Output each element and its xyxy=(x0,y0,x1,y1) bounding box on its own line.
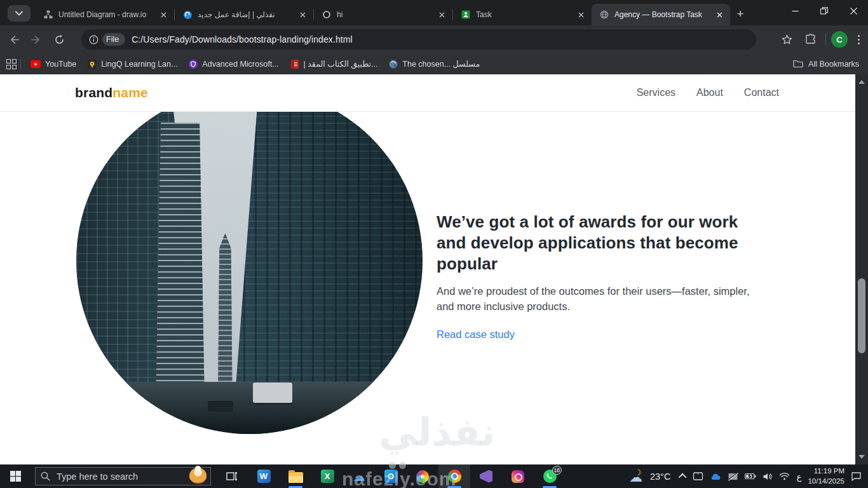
toolbar-divider xyxy=(825,34,826,45)
taskbar-search-box[interactable]: Type here to search xyxy=(35,467,211,485)
photo-street xyxy=(76,382,423,434)
search-highlight-pie-icon[interactable] xyxy=(189,468,207,484)
bookmark-label: The chosen... مسلسل xyxy=(402,59,480,69)
tray-battery-icon[interactable] xyxy=(745,473,756,480)
read-case-study-link[interactable]: Read case study xyxy=(437,329,515,341)
extensions-icon[interactable] xyxy=(801,30,820,49)
hi-favicon-icon xyxy=(322,10,332,20)
tab-close-icon[interactable] xyxy=(297,9,308,20)
tab-close-icon[interactable] xyxy=(714,9,725,20)
taskbar-outlook[interactable]: O xyxy=(375,464,407,488)
excel-icon: X xyxy=(321,470,334,483)
start-button[interactable] xyxy=(0,464,31,488)
tab-hi[interactable]: hi xyxy=(314,4,452,25)
scroll-down-arrow[interactable] xyxy=(855,452,868,462)
bookmark-the-chosen[interactable]: The chosen... مسلسل xyxy=(383,57,485,72)
nav-link-about[interactable]: About xyxy=(696,87,723,98)
taskbar-instagram[interactable] xyxy=(502,464,534,488)
tray-chevron-up-icon[interactable] xyxy=(681,473,686,479)
tab-untitled-diagram[interactable]: Untitled Diagram - draw.io xyxy=(36,4,174,25)
notification-center-icon[interactable] xyxy=(851,471,862,481)
all-bookmarks-button[interactable]: All Bookmarks xyxy=(793,60,859,69)
tab-title: نفذلي | إضافة عمل جديد xyxy=(198,10,293,19)
bookmark-label: | تطبيق الكتاب المقد... xyxy=(304,59,378,69)
address-bar[interactable]: File C:/Users/Fady/Downloads/bootstrap-l… xyxy=(81,29,756,50)
window-minimize-button[interactable] xyxy=(780,0,810,22)
taskbar-file-explorer[interactable] xyxy=(280,464,311,488)
bookmark-lingq[interactable]: LingQ Learning Lan... xyxy=(82,57,183,72)
nav-link-services[interactable]: Services xyxy=(637,87,675,98)
nafezly-arabic-watermark: نفذلي xyxy=(379,410,496,454)
temperature-label: 23°C xyxy=(650,471,670,482)
taskbar-task-view[interactable] xyxy=(216,464,248,488)
task-view-icon xyxy=(226,470,238,482)
bookmark-star-icon[interactable] xyxy=(777,30,796,49)
tab-title: hi xyxy=(337,10,432,19)
window-close-button[interactable] xyxy=(839,0,868,22)
tab-close-icon[interactable] xyxy=(436,9,447,20)
tab-agency-bootstrap-active[interactable]: Agency — Bootstrap Task xyxy=(592,4,730,25)
scrollbar-thumb[interactable] xyxy=(858,278,865,353)
nafezly-favicon-icon xyxy=(182,10,193,20)
taskbar-word[interactable]: W xyxy=(248,464,280,488)
bookmark-label: YouTube xyxy=(45,60,76,69)
forward-button[interactable] xyxy=(27,30,46,49)
purple-shield-icon xyxy=(189,60,198,69)
tray-tablet-icon[interactable] xyxy=(693,471,703,481)
apps-grid-icon[interactable] xyxy=(6,59,17,69)
back-button[interactable] xyxy=(4,30,23,49)
address-url[interactable]: C:/Users/Fady/Downloads/bootstrap-landin… xyxy=(132,34,353,44)
scroll-up-arrow[interactable] xyxy=(855,77,868,87)
blue-sphere-icon xyxy=(389,60,398,69)
file-scheme-chip: File xyxy=(102,33,125,46)
info-icon[interactable] xyxy=(89,35,98,44)
bookmark-youtube[interactable]: YouTube xyxy=(25,57,82,72)
tab-close-icon[interactable] xyxy=(575,9,587,20)
browser-toolbar: File C:/Users/Fady/Downloads/bootstrap-l… xyxy=(0,25,868,53)
bookmark-label: Advanced Microsoft... xyxy=(202,60,278,69)
onedrive-icon: ☁ xyxy=(353,470,365,483)
bookmark-holy-book-app[interactable]: | تطبيق الكتاب المقد... xyxy=(285,57,384,72)
taskbar-whatsapp[interactable]: 16 xyxy=(534,464,566,488)
nav-link-contact[interactable]: Contact xyxy=(744,87,779,98)
folder-icon xyxy=(793,60,803,68)
tray-cast-off-icon[interactable] xyxy=(728,472,738,481)
instagram-icon xyxy=(512,470,524,483)
taskbar-visual-studio[interactable] xyxy=(470,464,502,488)
bookmark-advanced-microsoft[interactable]: Advanced Microsoft... xyxy=(183,57,284,72)
system-tray: ☽☁ 23°C ع 11:19 PM 10/14/2025 xyxy=(629,464,868,488)
tab-nafezly[interactable]: نفذلي | إضافة عمل جديد xyxy=(175,4,313,25)
tab-strip: Untitled Diagram - draw.io نفذلي | إضافة… xyxy=(0,0,868,25)
tray-volume-icon[interactable] xyxy=(763,472,773,481)
tray-clock[interactable]: 11:19 PM 10/14/2025 xyxy=(808,466,844,486)
main-nav: Services About Contact xyxy=(637,87,779,98)
tab-task[interactable]: Task xyxy=(453,4,592,25)
tab-search-button[interactable] xyxy=(8,5,31,22)
bookmarks-bar: YouTube LingQ Learning Lan... Advanced M… xyxy=(0,53,868,74)
chrome-icon xyxy=(448,470,461,483)
tab-title: Untitled Diagram - draw.io xyxy=(58,10,154,19)
tab-close-icon[interactable] xyxy=(158,9,169,20)
all-bookmarks-label: All Bookmarks xyxy=(808,60,859,69)
window-restore-button[interactable] xyxy=(810,0,839,22)
language-indicator[interactable]: ع xyxy=(796,471,801,482)
taskbar-onedrive[interactable]: ☁ xyxy=(343,464,375,488)
page-scrollbar[interactable] xyxy=(855,74,868,464)
profile-avatar[interactable]: C xyxy=(831,31,848,48)
menu-kebab-icon[interactable] xyxy=(853,35,864,44)
hero-paragraph: And we’re proudest of the outcomes for t… xyxy=(437,283,767,315)
tray-wifi-icon[interactable] xyxy=(779,472,790,480)
taskbar-chrome[interactable] xyxy=(438,464,470,488)
taskbar-excel[interactable]: X xyxy=(311,464,343,488)
site-header: brandname Services About Contact xyxy=(0,74,855,112)
taskbar-photos[interactable] xyxy=(407,464,438,488)
brand-logo[interactable]: brandname xyxy=(75,85,148,100)
bookmark-label: LingQ Learning Lan... xyxy=(101,60,177,69)
tasks-favicon-icon xyxy=(461,10,471,20)
photo-truck xyxy=(253,383,292,403)
reload-button[interactable] xyxy=(50,30,69,49)
weather-widget[interactable]: ☽☁ 23°C xyxy=(629,469,670,484)
visual-studio-icon xyxy=(480,470,492,483)
new-tab-button[interactable]: + xyxy=(732,6,749,22)
tray-onedrive-icon[interactable] xyxy=(710,473,721,480)
